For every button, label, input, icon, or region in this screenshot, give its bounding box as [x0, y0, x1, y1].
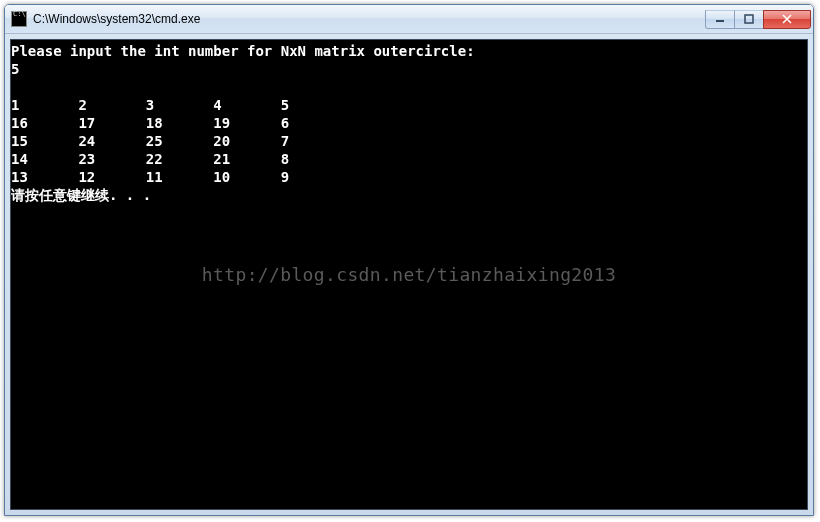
- close-icon: [781, 14, 793, 24]
- maximize-icon: [744, 14, 754, 24]
- close-button[interactable]: [763, 10, 811, 29]
- window-frame: C:\Windows\system32\cmd.exe Please input…: [4, 4, 814, 516]
- watermark-text: http://blog.csdn.net/tianzhaixing2013: [202, 266, 616, 284]
- matrix-row: 1 2 3 4 5: [11, 97, 289, 113]
- cmd-icon: [11, 11, 27, 27]
- title-bar[interactable]: C:\Windows\system32\cmd.exe: [5, 5, 813, 34]
- svg-rect-0: [716, 20, 724, 22]
- console-frame: Please input the int number for NxN matr…: [5, 34, 813, 515]
- matrix-row: 15 24 25 20 7: [11, 133, 289, 149]
- console-output: Please input the int number for NxN matr…: [11, 40, 807, 204]
- continue-line: 请按任意键继续. . .: [11, 187, 151, 203]
- svg-rect-1: [745, 15, 753, 23]
- matrix-row: 14 23 22 21 8: [11, 151, 289, 167]
- window-title: C:\Windows\system32\cmd.exe: [33, 12, 706, 26]
- matrix-row: 13 12 11 10 9: [11, 169, 289, 185]
- input-value: 5: [11, 61, 19, 77]
- minimize-icon: [715, 14, 725, 24]
- prompt-line: Please input the int number for NxN matr…: [11, 43, 475, 59]
- maximize-button[interactable]: [734, 10, 764, 29]
- window-controls: [706, 10, 811, 29]
- minimize-button[interactable]: [705, 10, 735, 29]
- matrix-row: 16 17 18 19 6: [11, 115, 289, 131]
- console-area[interactable]: Please input the int number for NxN matr…: [10, 39, 808, 510]
